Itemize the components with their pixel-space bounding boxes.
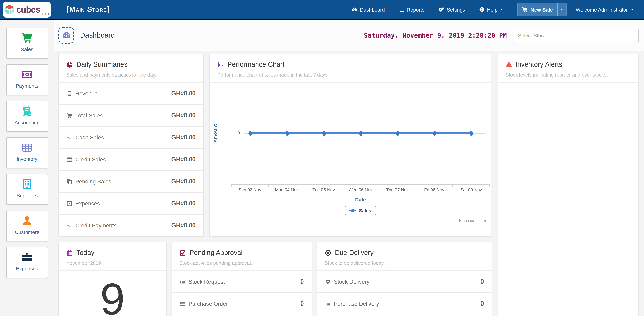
x-label: Sun 03 Nov — [232, 187, 268, 192]
nav-item-label: Settings — [447, 7, 465, 12]
panel-title: Daily Summaries — [76, 61, 128, 68]
chart-marker — [249, 131, 252, 136]
row-label: Credit Payments — [75, 222, 116, 229]
cart-arrow-down-icon — [325, 279, 331, 284]
calendar-icon — [66, 249, 73, 256]
welcome-label: Welcome Administrator — [576, 7, 628, 12]
performance-chart-panel: Performance Chart Performance chart of s… — [210, 54, 491, 237]
sidebar-item-label: Suppliers — [6, 193, 48, 198]
new-sale-dropdown-toggle[interactable] — [557, 3, 566, 16]
nav-item-reports[interactable]: Reports — [399, 7, 424, 12]
sidebar-item-sales[interactable]: Sales — [6, 28, 48, 59]
row-value: GH¢0.00 — [171, 112, 196, 119]
today-day-number: 9 — [59, 277, 166, 316]
store-select-caret[interactable] — [628, 28, 638, 43]
nav-item-settings[interactable]: Settings — [438, 7, 465, 12]
chart-x-tick — [268, 185, 268, 187]
table-icon — [22, 142, 32, 153]
shopping-cart-icon — [522, 7, 528, 12]
panel-subtitle: November 2019 — [66, 260, 159, 270]
sidebar-item-label: Expenses — [6, 266, 48, 271]
summary-row-revenue: Revenue GH¢0.00 — [59, 83, 204, 104]
book-icon — [22, 106, 32, 116]
chart-marker — [433, 131, 436, 136]
new-sale-button[interactable]: New Sale — [518, 3, 557, 16]
caret-down-icon — [632, 34, 635, 37]
tachometer-icon — [62, 31, 71, 40]
legend-marker-icon — [349, 209, 356, 212]
gears-icon — [438, 7, 444, 12]
sidebar-item-inventory[interactable]: Inventory — [6, 137, 48, 168]
user-menu[interactable]: Welcome Administrator — [576, 7, 634, 12]
row-value: GH¢0.00 — [171, 222, 196, 229]
chart-marker — [396, 131, 399, 136]
row-label: Expenses — [75, 200, 100, 207]
app-root: cubes 1.3.1 [Main Store] Dashboard Repor… — [0, 0, 644, 316]
shopping-cart-icon — [66, 113, 72, 118]
sales-line-chart: Amount 0 — [210, 83, 490, 236]
chart-legend-sales[interactable]: Sales — [345, 206, 376, 215]
store-select-dropdown[interactable]: Select Store — [514, 28, 638, 43]
nav-item-label: Dashboard — [360, 7, 385, 12]
money-bill-icon — [66, 134, 72, 140]
tachometer-icon — [352, 7, 358, 12]
daily-summaries-panel: Daily Summaries Sales and payments stati… — [58, 54, 204, 237]
row-label: Purchase Order — [188, 300, 228, 307]
row-label: Credit Sales — [75, 156, 106, 163]
row-label: Purchase Delivery — [334, 300, 379, 307]
dashboard-content: Inventory Alerts Stock levels indicating… — [54, 51, 644, 316]
bar-chart-icon — [217, 61, 224, 68]
chart-x-tick — [416, 185, 416, 187]
summary-row-cash-sales: Cash Sales GH¢0.00 — [59, 126, 204, 148]
row-value: GH¢0.00 — [171, 178, 196, 185]
main-area: Dashboard Saturday, November 9, 2019 2:2… — [54, 20, 644, 316]
summary-row-credit-sales: Credit Sales GH¢0.00 — [59, 148, 204, 170]
chart-y-tick: 0 — [238, 130, 240, 135]
sidebar-item-payments[interactable]: Payments — [6, 64, 48, 95]
sidebar-item-expenses[interactable]: Expenses — [6, 247, 48, 278]
row-label: Total Sales — [75, 112, 102, 119]
chart-x-tick — [379, 185, 379, 187]
sidebar-item-accounting[interactable]: Accounting — [6, 101, 48, 132]
top-navbar: cubes 1.3.1 [Main Store] Dashboard Repor… — [0, 0, 644, 20]
row-label: Stock Delivery — [334, 278, 370, 285]
nav-item-label: Help — [487, 7, 498, 12]
panel-subtitle: Stock activities pending approval. — [180, 260, 304, 270]
check-square-icon — [180, 249, 186, 256]
user-icon — [22, 215, 32, 226]
x-label: Fri 08 Nov — [416, 187, 452, 192]
panel-subtitle: Stock levels indicating reorder and over… — [506, 72, 631, 82]
money-bill-icon — [22, 69, 32, 80]
inventory-alerts-panel: Inventory Alerts Stock levels indicating… — [498, 54, 638, 316]
building-icon — [22, 179, 32, 190]
highcharts-credit-link[interactable]: Highcharts.com — [459, 219, 486, 223]
nav-item-label: Reports — [407, 7, 424, 12]
nav-item-help[interactable]: Help — [479, 7, 503, 12]
summary-row-credit-payments: Credit Payments GH¢0.00 — [59, 214, 204, 236]
chart-x-tick — [342, 185, 342, 187]
current-datetime: Saturday, November 9, 2019 2:28:20 PM — [364, 32, 507, 39]
sidebar-item-suppliers[interactable]: Suppliers — [6, 174, 48, 205]
store-select-placeholder: Select Store — [514, 32, 628, 38]
page-header: Dashboard Saturday, November 9, 2019 2:2… — [54, 20, 644, 51]
sidebar-item-label: Sales — [6, 46, 48, 52]
sidebar-item-label: Customers — [6, 229, 48, 235]
nav-item-dashboard[interactable]: Dashboard — [352, 7, 385, 12]
caret-square-up-icon — [66, 201, 72, 206]
inventory-alerts-body — [498, 83, 638, 316]
summary-row-expenses: Expenses GH¢0.00 — [59, 192, 204, 214]
pending-approval-rows: Stock Request 0 Purchase Order 0 — [172, 271, 312, 314]
store-title: [Main Store] — [66, 5, 110, 14]
chart-x-axis-title: Date — [232, 197, 490, 202]
sidebar-item-customers[interactable]: Customers — [6, 211, 48, 241]
chart-marker — [359, 131, 362, 136]
row-value: GH¢0.00 — [171, 200, 196, 207]
brand-logo[interactable]: cubes 1.3.1 — [3, 2, 51, 18]
panel-header: Inventory Alerts Stock levels indicating… — [498, 54, 638, 83]
row-label: Stock Request — [188, 278, 225, 285]
panel-subtitle: Sales and payments statictics for the da… — [66, 72, 196, 82]
shopping-cart-icon — [22, 33, 32, 43]
chart-x-tick — [452, 185, 453, 187]
credit-card-icon — [66, 156, 72, 162]
chart-x-axis — [232, 185, 490, 185]
